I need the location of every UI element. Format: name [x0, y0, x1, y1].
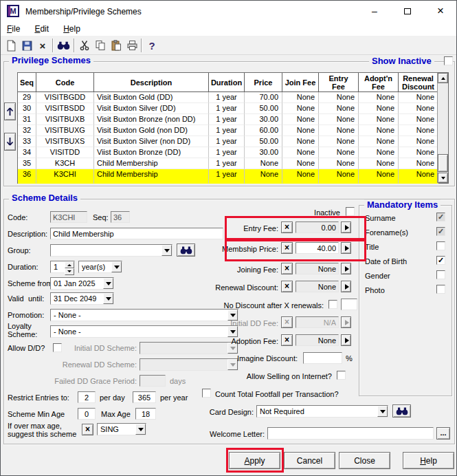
promotion-select[interactable]: - None -	[50, 309, 238, 321]
mandatory-item-checkbox[interactable]	[436, 285, 445, 294]
card-design-select[interactable]: Not Required	[256, 405, 388, 418]
table-cell[interactable]: None	[319, 136, 359, 147]
table-cell[interactable]: None	[359, 136, 399, 147]
mandatory-item-checkbox[interactable]	[436, 241, 445, 250]
table-cell[interactable]: None	[319, 103, 359, 114]
scrollbar-thumb[interactable]	[438, 154, 448, 172]
max-age-field[interactable]	[135, 408, 156, 420]
table-cell[interactable]: None	[319, 158, 359, 169]
table-cell[interactable]: 1 year	[209, 92, 245, 103]
menu-edit[interactable]: Edit	[28, 21, 55, 36]
table-cell[interactable]: 33	[18, 136, 36, 147]
column-header[interactable]: Description	[94, 73, 209, 92]
allow-internet-checkbox[interactable]	[337, 371, 346, 380]
menu-help[interactable]: Help	[57, 21, 87, 36]
help-button-footer[interactable]: Help	[403, 452, 454, 469]
table-cell[interactable]: Visit Buxton Bronze (non DD)	[94, 114, 209, 125]
table-cell[interactable]: None	[282, 114, 319, 125]
table-cell[interactable]: 60.00	[245, 125, 282, 136]
table-cell[interactable]: VISITDD	[36, 147, 94, 158]
spin-up-icon[interactable]	[65, 261, 74, 268]
valid-from-select[interactable]: 01 Jan 2025	[50, 277, 114, 290]
copy-button[interactable]	[93, 38, 108, 53]
duration-unit-select[interactable]: year(s)	[78, 261, 122, 273]
scroll-up-button[interactable]	[438, 73, 448, 83]
table-cell[interactable]: None	[245, 158, 282, 169]
table-row[interactable]: 29VISITBGDDVisit Buxton Gold (DD)1 year7…	[18, 92, 438, 103]
no-discount-field[interactable]	[341, 299, 357, 310]
spin-down-icon[interactable]	[65, 268, 74, 275]
save-button[interactable]	[19, 38, 34, 53]
loyalty-scheme-select[interactable]: - None -	[50, 325, 238, 338]
find-button[interactable]	[56, 38, 71, 53]
spinner-buttons[interactable]	[65, 261, 74, 272]
membship-price-edit-button[interactable]	[341, 242, 351, 254]
new-button[interactable]	[3, 38, 19, 53]
table-cell[interactable]: 31	[18, 114, 36, 125]
table-row[interactable]: 33VISITBUXSVisit Buxton Silver (non DD)1…	[18, 136, 438, 147]
group-select[interactable]	[50, 244, 172, 257]
membship-price-field[interactable]	[296, 242, 339, 254]
table-cell[interactable]: None	[282, 169, 319, 180]
card-design-lookup-button[interactable]	[392, 404, 411, 418]
welcome-letter-browse-button[interactable]: ...	[436, 427, 450, 440]
paste-button[interactable]	[109, 38, 124, 53]
table-cell[interactable]: Visit Buxton Silver (non DD)	[94, 136, 209, 147]
table-cell[interactable]: None	[359, 114, 399, 125]
table-cell[interactable]: 34	[18, 147, 36, 158]
cut-button[interactable]	[77, 38, 92, 53]
table-cell[interactable]: None	[399, 169, 438, 180]
imagine-discount-field[interactable]	[303, 352, 342, 364]
column-header[interactable]: Duration	[209, 73, 245, 92]
table-cell[interactable]: None	[319, 125, 359, 136]
move-row-up-button[interactable]	[4, 102, 16, 120]
chevron-down-icon[interactable]	[111, 261, 122, 272]
table-cell[interactable]: Visit Buxton Gold (DD)	[94, 92, 209, 103]
joining-fee-field[interactable]	[296, 263, 339, 274]
table-cell[interactable]: None	[319, 92, 359, 103]
column-header[interactable]: Join Fee	[282, 73, 319, 92]
chevron-down-icon[interactable]	[103, 293, 113, 304]
table-cell[interactable]: None	[359, 158, 399, 169]
table-cell[interactable]: None	[399, 147, 438, 158]
entry-fee-edit-button[interactable]	[341, 221, 351, 233]
table-cell[interactable]: VISITBUXB	[36, 114, 94, 125]
table-cell[interactable]: K3CH	[36, 158, 94, 169]
table-cell[interactable]: 30.00	[245, 147, 282, 158]
chevron-down-icon[interactable]	[103, 278, 113, 289]
table-scrollbar[interactable]	[437, 73, 448, 183]
adoption-fee-edit-button[interactable]	[341, 334, 351, 346]
table-cell[interactable]: 1 year	[209, 114, 245, 125]
move-row-down-button[interactable]	[4, 133, 16, 151]
table-row[interactable]: 35K3CHChild Membership1 yearNoneNoneNone…	[18, 158, 438, 169]
renewal-discount-field[interactable]	[296, 281, 339, 292]
show-inactive-checkbox[interactable]	[444, 56, 453, 65]
table-cell[interactable]: K3CHI	[36, 169, 94, 180]
table-cell[interactable]: 36	[18, 169, 36, 180]
table-cell[interactable]: 32	[18, 125, 36, 136]
column-header[interactable]: Renewal Discount	[399, 73, 438, 92]
column-header[interactable]: Entry Fee	[319, 73, 359, 92]
table-cell[interactable]: 50.00	[245, 103, 282, 114]
table-cell[interactable]: None	[282, 136, 319, 147]
entry-fee-field[interactable]	[296, 221, 339, 233]
table-cell[interactable]: None	[319, 114, 359, 125]
table-cell[interactable]: 30	[18, 103, 36, 114]
table-cell[interactable]: 1 year	[209, 125, 245, 136]
table-cell[interactable]: None	[359, 125, 399, 136]
chevron-down-icon[interactable]	[135, 424, 146, 435]
table-cell[interactable]: None	[359, 169, 399, 180]
print-button[interactable]	[124, 38, 140, 53]
table-cell[interactable]: None	[245, 169, 282, 180]
table-cell[interactable]: Child Membership	[94, 169, 209, 180]
mandatory-item-checkbox[interactable]	[436, 256, 445, 265]
cancel-button[interactable]: Cancel	[284, 452, 335, 469]
table-cell[interactable]: 1 year	[209, 158, 245, 169]
table-cell[interactable]: 1 year	[209, 136, 245, 147]
duration-stepper[interactable]: 1	[50, 261, 75, 273]
table-row[interactable]: 32VISITBUXGVisit Buxton Gold (non DD)1 y…	[18, 125, 438, 136]
table-cell[interactable]: None	[282, 158, 319, 169]
maximize-button[interactable]	[393, 1, 422, 21]
table-cell[interactable]: None	[359, 147, 399, 158]
table-cell[interactable]: None	[399, 92, 438, 103]
